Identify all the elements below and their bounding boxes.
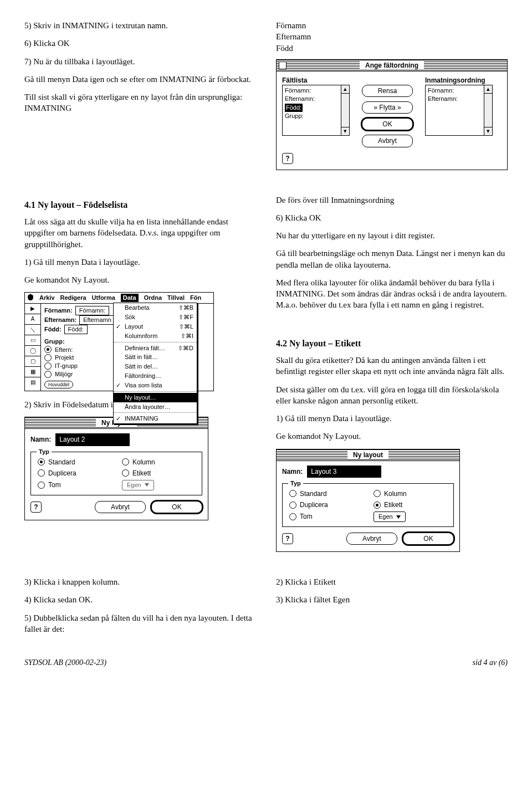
menu-item-ny-layout[interactable]: Ny layout… xyxy=(114,393,197,402)
name-input[interactable]: Layout 2 xyxy=(55,433,130,446)
radio-label: Tom xyxy=(48,480,61,489)
list-item[interactable]: Förnamn: xyxy=(428,86,490,95)
label-efternamn: Efternamn xyxy=(276,31,508,42)
menu-redigera[interactable]: Redigera xyxy=(60,294,86,302)
menu-fonster[interactable]: Fön xyxy=(190,294,201,302)
radio-tom[interactable] xyxy=(38,482,45,489)
name-label: Namn: xyxy=(30,435,51,444)
radio-kolumn[interactable] xyxy=(374,490,381,497)
menu-item-satt-in-falt[interactable]: Sätt in fält… xyxy=(114,352,197,362)
close-icon[interactable] xyxy=(279,62,287,69)
chevron-down-icon[interactable]: ▾ xyxy=(484,127,492,135)
dialog-titlebar: Ny layout xyxy=(277,449,459,461)
part-badge[interactable]: Huvuddel xyxy=(44,381,73,388)
field-order-dialog: Ange fältordning Fältlista Förnamn: Efte… xyxy=(276,59,508,170)
egen-dropdown[interactable]: Egen xyxy=(122,480,154,490)
typ-group: Typ Standard Kolumn Duplicera Etikett To… xyxy=(30,452,202,495)
part-tool-icon[interactable]: ▤ xyxy=(25,377,40,387)
radio-icon[interactable] xyxy=(44,371,52,378)
menu-arkiv[interactable]: Arkiv xyxy=(39,294,55,302)
menu-item-definiera-falt[interactable]: Definiera fält…⇧⌘D xyxy=(114,344,197,353)
radio-icon[interactable] xyxy=(44,354,52,361)
section-42-p1: Skall du göra etiketter? Då kan du antin… xyxy=(276,355,508,377)
menu-item-sok[interactable]: Sök⇧⌘F xyxy=(114,313,197,322)
rect-tool-icon[interactable]: ▭ xyxy=(25,335,40,346)
radio-icon[interactable] xyxy=(44,362,52,370)
label-fornamn: Förnamn xyxy=(276,20,508,31)
round-rect-tool-icon[interactable]: ▢ xyxy=(25,356,40,367)
menu-utforma[interactable]: Utforma xyxy=(92,294,115,302)
para-new-layout: Till sist skall vi göra ytterligare en n… xyxy=(24,91,256,114)
radio-duplicera[interactable] xyxy=(289,502,296,509)
move-button[interactable]: » Flytta » xyxy=(362,101,413,114)
list-item-selected[interactable]: Född: xyxy=(285,104,303,112)
para-goto-data: Gå till menyn Data igen och se efter om … xyxy=(24,74,256,85)
radio-etikett[interactable] xyxy=(122,469,129,477)
step2-click-etikett: 2) Klicka i Etikett xyxy=(276,576,508,587)
chevron-down-icon[interactable]: ▾ xyxy=(341,127,349,135)
menu-item-visa-som-lista[interactable]: Visa som lista xyxy=(114,381,197,390)
oval-tool-icon[interactable]: ◯ xyxy=(25,346,40,356)
dialog-titlebar: Ange fältordning xyxy=(277,60,507,71)
new-layout-dialog-2: Ny layout Namn: Layout 2 Typ Standard Ko… xyxy=(24,417,208,520)
radio-etikett[interactable] xyxy=(374,502,381,509)
radio-icon[interactable] xyxy=(44,346,52,353)
section-41-p2: 1) Gå till menyn Data i layoutläge. xyxy=(24,257,256,268)
radio-tom[interactable] xyxy=(289,513,296,520)
field-box-fornamn[interactable]: Förnamn: xyxy=(75,306,109,315)
text-tool-icon[interactable]: A xyxy=(25,314,40,325)
radio-label: IT-grupp xyxy=(55,362,78,370)
apple-icon[interactable] xyxy=(27,294,34,300)
menu-item-inmatning[interactable]: INMATNING xyxy=(114,414,197,423)
radio-standard[interactable] xyxy=(38,458,45,466)
help-icon[interactable]: ? xyxy=(282,533,293,544)
ok-button[interactable]: OK xyxy=(403,533,454,545)
radio-label: Standard xyxy=(300,489,327,498)
step5: 5) Skriv in INMATNING i textrutan namn. xyxy=(24,20,256,31)
name-input[interactable]: Layout 3 xyxy=(307,466,381,478)
help-icon[interactable]: ? xyxy=(282,153,293,164)
menu-item-bearbeta[interactable]: Bearbeta⇧⌘B xyxy=(114,303,197,313)
ok-button[interactable]: OK xyxy=(151,501,202,513)
cancel-button[interactable]: Avbryt xyxy=(346,533,397,545)
cancel-button[interactable]: Avbryt xyxy=(362,135,413,147)
radio-kolumn[interactable] xyxy=(122,458,129,466)
layout-canvas: Förnamn: Förnamn: Efternamn: Efternamn F… xyxy=(41,304,213,391)
radio-label: Etikett xyxy=(384,500,402,509)
input-order-list[interactable]: Förnamn: Efternamn: ▴ ▾ xyxy=(425,85,493,136)
radio-label: Tom xyxy=(300,512,313,521)
shortcut-label: ⇧⌘D xyxy=(178,344,193,352)
field-tool-icon[interactable]: ▦ xyxy=(25,367,40,377)
section-41-p3: Ge komandot Ny Layout. xyxy=(24,274,256,285)
radio-standard[interactable] xyxy=(289,490,296,497)
scrollbar[interactable]: ▴ ▾ xyxy=(341,85,349,135)
menu-item-kolumnform[interactable]: Kolumnform⇧⌘I xyxy=(114,331,197,341)
cancel-button[interactable]: Avbryt xyxy=(95,501,146,513)
scrollbar[interactable]: ▴ ▾ xyxy=(484,85,492,135)
page-footer: SYDSOL AB (2000-02-23) sid 4 av (6) xyxy=(24,658,508,668)
menu-item-andra-layouter[interactable]: Ändra layouter… xyxy=(114,402,197,412)
ok-button[interactable]: OK xyxy=(362,118,413,130)
chevron-up-icon[interactable]: ▴ xyxy=(484,85,492,94)
menu-tillval[interactable]: Tillval xyxy=(167,294,185,302)
field-list[interactable]: Förnamn: Efternamn: Född: Grupp: ▴ ▾ xyxy=(282,85,350,136)
list-item[interactable]: Efternamn: xyxy=(428,95,490,103)
list-item[interactable]: Efternamn: xyxy=(285,95,347,103)
pointer-tool-icon[interactable]: ▶ xyxy=(25,304,40,314)
menu-data[interactable]: Data xyxy=(121,294,139,302)
help-icon[interactable]: ? xyxy=(30,502,42,513)
list-item[interactable]: Grupp: xyxy=(285,112,347,120)
radio-duplicera[interactable] xyxy=(38,469,45,477)
menu-item-satt-in-del[interactable]: Sätt in del… xyxy=(114,362,197,371)
line-tool-icon[interactable]: ＼ xyxy=(25,325,40,335)
typ-legend: Typ xyxy=(37,448,52,456)
field-box-efternamn[interactable]: Efternamn xyxy=(79,315,115,325)
egen-dropdown[interactable]: Egen xyxy=(374,511,406,522)
menu-item-faltordning[interactable]: Fältordning… xyxy=(114,371,197,381)
list-item[interactable]: Förnamn: xyxy=(285,86,347,95)
clear-button[interactable]: Rensa xyxy=(362,85,413,97)
menu-item-layout[interactable]: Layout⇧⌘L xyxy=(114,322,197,331)
field-box-fodd[interactable]: Född: xyxy=(64,325,88,334)
chevron-up-icon[interactable]: ▴ xyxy=(341,85,349,94)
menu-ordna[interactable]: Ordna xyxy=(144,294,162,302)
